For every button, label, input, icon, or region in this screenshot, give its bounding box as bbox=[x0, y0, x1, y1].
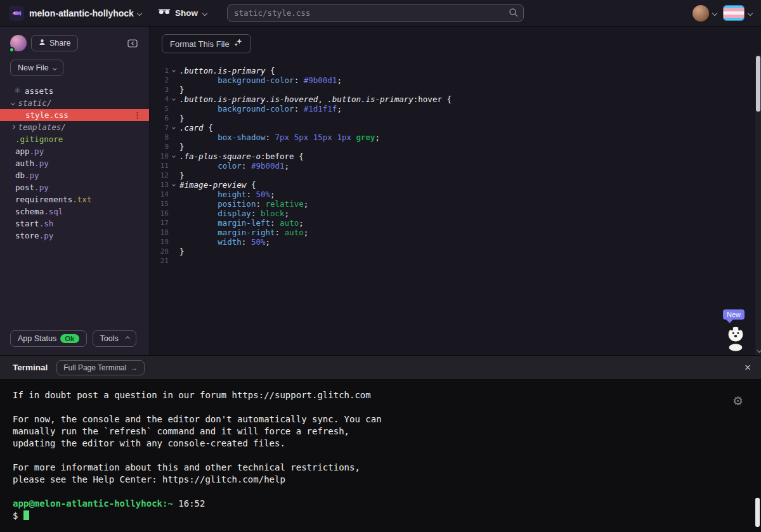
code-line-5[interactable]: 5 background-color: #1d1f1f; bbox=[150, 104, 761, 114]
scroll-down-icon[interactable] bbox=[757, 348, 761, 352]
user-menu[interactable] bbox=[693, 5, 717, 22]
line-number: 13 bbox=[150, 180, 169, 190]
team-menu[interactable] bbox=[723, 5, 752, 21]
sparkles-icon bbox=[233, 38, 243, 49]
code-line-1[interactable]: 1.button.is-primary { bbox=[150, 66, 761, 75]
line-number: 16 bbox=[150, 209, 169, 218]
chevron-down-icon bbox=[748, 10, 753, 15]
code-text: height: 50%; bbox=[179, 190, 275, 199]
code-text: margin-right: auto; bbox=[179, 228, 308, 237]
search-icon bbox=[509, 8, 519, 20]
glitch-mascot[interactable] bbox=[724, 322, 747, 354]
search-box bbox=[227, 4, 524, 22]
search-input[interactable] bbox=[227, 4, 524, 22]
assets-icon bbox=[14, 86, 21, 96]
sunglasses-icon bbox=[158, 8, 171, 18]
code-line-11[interactable]: 11 color: #9b00d1; bbox=[150, 161, 761, 171]
line-number: 21 bbox=[150, 256, 169, 266]
code-line-18[interactable]: 18 margin-right: auto; bbox=[150, 228, 761, 237]
chevron-down-icon bbox=[137, 10, 142, 15]
code-line-4[interactable]: 4.button.is-primary.is-hovered, .button.… bbox=[150, 94, 761, 104]
code-line-8[interactable]: 8 box-shadow: 7px 5px 15px 1px grey; bbox=[150, 133, 761, 142]
full-page-terminal-button[interactable]: Full Page Terminal → bbox=[56, 360, 145, 375]
line-number: 12 bbox=[150, 171, 169, 180]
sidebar-file-start-sh[interactable]: start.sh bbox=[0, 217, 149, 230]
sidebar-file-schema-sql[interactable]: schema.sql bbox=[0, 205, 149, 217]
share-button[interactable]: Share bbox=[31, 35, 78, 51]
sidebar-file-db-py[interactable]: db.py bbox=[0, 169, 149, 181]
editor-scrollbar-thumb[interactable] bbox=[756, 56, 760, 112]
code-line-20[interactable]: 20} bbox=[150, 247, 761, 256]
sidebar-item-assets[interactable]: assets bbox=[0, 85, 149, 97]
sidebar-file-requirements-txt[interactable]: requirements.txt bbox=[0, 193, 149, 205]
code-line-7[interactable]: 7.card { bbox=[150, 123, 761, 133]
code-line-6[interactable]: 6} bbox=[150, 114, 761, 123]
sidebar-file-store-py[interactable]: store.py bbox=[0, 230, 149, 242]
code-line-19[interactable]: 19 width: 50%; bbox=[150, 237, 761, 247]
sidebar-file-post-py[interactable]: post.py bbox=[0, 181, 149, 193]
code-lines[interactable]: 1.button.is-primary {2 background-color:… bbox=[150, 66, 761, 266]
code-line-14[interactable]: 14 height: 50%; bbox=[150, 190, 761, 199]
sidebar-file-selected[interactable]: style.css⋮ bbox=[0, 109, 149, 121]
terminal-time: 16:52 bbox=[173, 498, 205, 509]
code-text: .button.is-primary { bbox=[179, 66, 275, 75]
chevron-down-icon bbox=[712, 10, 717, 15]
close-terminal-button[interactable]: × bbox=[745, 362, 751, 373]
collapse-sidebar-button[interactable] bbox=[125, 36, 140, 50]
fold-toggle-icon[interactable] bbox=[169, 126, 179, 130]
project-name: melon-atlantic-hollyhock bbox=[29, 8, 134, 18]
line-number: 2 bbox=[150, 75, 169, 85]
sidebar-file-gitignore[interactable]: .gitignore bbox=[0, 133, 149, 145]
line-number: 3 bbox=[150, 85, 169, 94]
code-editor[interactable]: Format This File 1.button.is-primary {2 … bbox=[150, 27, 761, 355]
project-menu[interactable]: melon-atlantic-hollyhock bbox=[9, 6, 141, 21]
sidebar-top: Share bbox=[0, 27, 149, 51]
terminal-body[interactable]: If in doubt post a question in our forum… bbox=[0, 380, 761, 532]
code-line-21[interactable]: 21 bbox=[150, 256, 761, 266]
sidebar-file-app-py[interactable]: app.py bbox=[0, 145, 149, 157]
code-line-2[interactable]: 2 background-color: #9b00d1; bbox=[150, 75, 761, 85]
code-text: .button.is-primary.is-hovered, .button.i… bbox=[179, 94, 452, 104]
fold-toggle-icon[interactable] bbox=[169, 183, 179, 187]
sidebar-folder-static[interactable]: static/ bbox=[0, 97, 149, 109]
tools-button[interactable]: Tools bbox=[93, 330, 137, 347]
fold-toggle-icon[interactable] bbox=[169, 155, 179, 159]
code-line-10[interactable]: 10.fa-plus-square-o:before { bbox=[150, 152, 761, 161]
code-line-3[interactable]: 3} bbox=[150, 85, 761, 94]
fold-toggle-icon[interactable] bbox=[169, 98, 179, 101]
editor-scrollbar[interactable] bbox=[755, 55, 761, 355]
terminal-panel: Terminal Full Page Terminal → × If in do… bbox=[0, 355, 761, 532]
terminal-line bbox=[13, 450, 748, 462]
code-line-13[interactable]: 13#image-preview { bbox=[150, 180, 761, 190]
code-line-15[interactable]: 15 position: relative; bbox=[150, 199, 761, 209]
format-file-button[interactable]: Format This File bbox=[162, 34, 251, 53]
code-text: margin-left: auto; bbox=[179, 218, 304, 228]
code-text: box-shadow: 7px 5px 15px 1px grey; bbox=[179, 133, 380, 142]
main-area: Share New File assetsstatic/style.css⋮te… bbox=[0, 27, 761, 355]
terminal-scrollbar-thumb[interactable] bbox=[755, 498, 760, 527]
user-avatar bbox=[693, 5, 709, 22]
topbar-right bbox=[693, 5, 752, 22]
app-status-button[interactable]: App Status Ok bbox=[10, 330, 87, 347]
code-text: display: block; bbox=[179, 209, 289, 218]
line-number: 15 bbox=[150, 199, 169, 209]
chevron-down-icon bbox=[53, 66, 56, 70]
terminal-input-line[interactable]: $ bbox=[13, 510, 748, 522]
fold-toggle-icon[interactable] bbox=[169, 69, 179, 73]
profile-avatar[interactable] bbox=[10, 35, 27, 51]
team-avatar bbox=[723, 5, 745, 21]
glitch-logo-icon bbox=[9, 6, 24, 21]
show-menu[interactable]: Show bbox=[158, 8, 207, 18]
sidebar-bottom: App Status Ok Tools bbox=[10, 330, 136, 347]
new-file-button[interactable]: New File bbox=[10, 60, 63, 76]
code-line-9[interactable]: 9} bbox=[150, 142, 761, 152]
glitch-editor-app: melon-atlantic-hollyhock Show bbox=[0, 0, 761, 532]
code-line-16[interactable]: 16 display: block; bbox=[150, 209, 761, 218]
code-line-12[interactable]: 12} bbox=[150, 171, 761, 180]
file-options-icon[interactable]: ⋮ bbox=[133, 110, 141, 120]
terminal-line: manually run the `refresh` command and i… bbox=[13, 425, 748, 438]
sidebar-folder-templates[interactable]: templates/ bbox=[0, 121, 149, 133]
code-line-17[interactable]: 17 margin-left: auto; bbox=[150, 218, 761, 228]
terminal-settings-icon[interactable]: ⚙ bbox=[732, 394, 743, 408]
sidebar-file-auth-py[interactable]: auth.py bbox=[0, 157, 149, 169]
